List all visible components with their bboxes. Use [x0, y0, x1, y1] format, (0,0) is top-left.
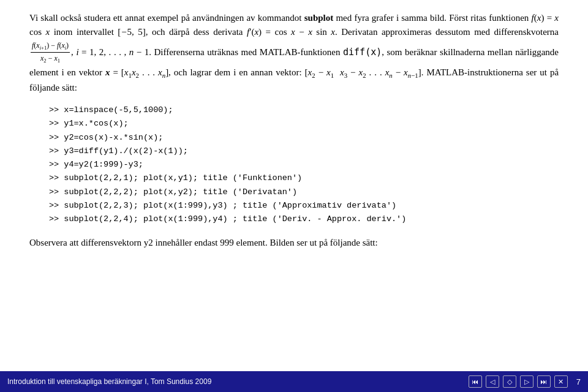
main-content: Vi skall också studera ett annat exempel… [0, 0, 588, 251]
footer-bar: Introduktion till vetenskapliga beräknin… [0, 371, 588, 392]
nav-first-button[interactable]: ⏮ [469, 375, 482, 388]
code-line-1: >> x=linspace(-5,5,1000); [49, 104, 559, 117]
code-block: >> x=linspace(-5,5,1000); >> y1=x.*cos(x… [49, 104, 559, 226]
paragraph-1: Vi skall också studera ett annat exempel… [29, 11, 559, 95]
code-line-9: >> subplot(2,2,4); plot(x(1:999),y4) ; t… [49, 213, 559, 226]
footer-navigation: ⏮ ◁ ◇ ▷ ⏭ ✕ 7 [469, 375, 581, 388]
fraction-numerator: f(xi+1) − f(xi) [31, 40, 70, 53]
fraction-denominator: x2 − x1 [39, 53, 61, 66]
code-line-4: >> y3=diff(y1)./(x(2)-x(1)); [49, 145, 559, 158]
nav-diamond-button[interactable]: ◇ [503, 375, 516, 388]
nav-last-button[interactable]: ⏭ [537, 375, 551, 388]
paragraph-2: Observera att differensvektorn y2 innehå… [29, 236, 559, 250]
code-line-3: >> y2=cos(x)-x.*sin(x); [49, 131, 559, 145]
code-line-2: >> y1=x.*cos(x); [49, 117, 559, 130]
code-line-7: >> subplot(2,2,2); plot(x,y2); title ('D… [49, 186, 559, 199]
code-line-6: >> subplot(2,2,1); plot(x,y1); title ('F… [49, 172, 559, 185]
code-line-8: >> subplot(2,2,3); plot(x(1:999),y3) ; t… [49, 199, 559, 213]
fraction: f(xi+1) − f(xi) x2 − x1 [31, 40, 70, 66]
page-number: 7 [576, 377, 581, 386]
nav-next-button[interactable]: ▷ [520, 375, 533, 388]
nav-prev-button[interactable]: ◁ [486, 375, 499, 388]
nav-close-button[interactable]: ✕ [554, 375, 568, 388]
footer-title: Introduktion till vetenskapliga beräknin… [7, 377, 211, 386]
code-line-5: >> y4=y2(1:999)-y3; [49, 158, 559, 172]
